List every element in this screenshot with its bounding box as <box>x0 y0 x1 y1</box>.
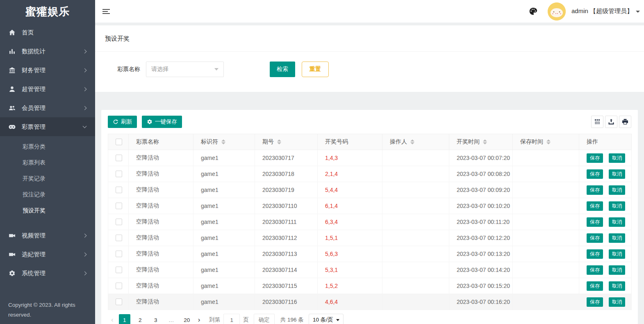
page-number-20[interactable]: 20 <box>181 314 193 324</box>
reset-button[interactable]: 重置 <box>302 62 329 77</box>
sidebar-item-label: 彩票管理 <box>22 123 83 131</box>
next-page-icon[interactable]: › <box>195 316 204 324</box>
lottery-name-select[interactable]: 请选择 <box>146 62 224 77</box>
sidebar-item-admin[interactable]: 超管管理 <box>0 80 95 98</box>
search-button[interactable]: 检索 <box>270 62 295 77</box>
row-checkbox[interactable] <box>116 235 122 241</box>
save-button[interactable]: 保存 <box>587 217 603 227</box>
sidebar-subitem-draw-records[interactable]: 开奖记录 <box>0 171 95 187</box>
sidebar-item-label: 超管管理 <box>22 85 83 93</box>
save-button[interactable]: 保存 <box>587 153 603 163</box>
sidebar-item-stats[interactable]: 数据统计 <box>0 42 95 61</box>
sidebar-item-concubine[interactable]: 选妃管理 <box>0 245 95 264</box>
row-checkbox[interactable] <box>116 251 122 257</box>
column-header-label: 开奖时间 <box>457 138 480 146</box>
cancel-button[interactable]: 取消 <box>609 153 625 163</box>
table-row: 空降活动game1202303071135,6,32023-03-07 00:1… <box>108 246 632 262</box>
sidebar-subitem-lottery-category[interactable]: 彩票分类 <box>0 139 95 155</box>
refresh-button[interactable]: 刷新 <box>108 116 137 128</box>
actions-cell: 保存取消 <box>579 166 632 182</box>
save-button[interactable]: 保存 <box>587 265 603 275</box>
page-number-3[interactable]: 3 <box>150 314 162 324</box>
cancel-button[interactable]: 取消 <box>609 185 625 195</box>
save-button[interactable]: 保存 <box>587 201 603 211</box>
sort-icon[interactable] <box>546 139 551 144</box>
cancel-button[interactable]: 取消 <box>609 249 625 259</box>
draw-time-cell: 2023-03-07 00:16:20 <box>449 294 513 310</box>
cancel-button[interactable]: 取消 <box>609 281 625 291</box>
sidebar-item-members[interactable]: 会员管理 <box>0 98 95 117</box>
chevron-down-icon <box>214 68 218 71</box>
table-header-cell[interactable]: 标识符 <box>193 134 255 150</box>
row-checkbox[interactable] <box>116 267 122 273</box>
draw-numbers-cell: 2,1,4 <box>318 166 382 182</box>
prev-page-icon: ‹ <box>108 316 117 324</box>
cancel-button[interactable]: 取消 <box>609 265 625 275</box>
user-name-label: admin 【超级管理员】 <box>571 7 633 15</box>
issue-cell: 20230307110 <box>255 198 318 214</box>
table-header-cell[interactable]: 开奖时间 <box>449 134 513 150</box>
sidebar-item-home[interactable]: 首页 <box>0 23 95 42</box>
sort-icon[interactable] <box>410 139 414 144</box>
theme-palette-icon[interactable] <box>528 6 539 17</box>
save-button[interactable]: 保存 <box>587 249 603 259</box>
table-header-cell[interactable]: 保存时间 <box>513 134 579 150</box>
sort-icon[interactable] <box>221 139 225 144</box>
sidebar-subitem-bet-records[interactable]: 投注记录 <box>0 187 95 203</box>
page-title: 预设开奖 <box>95 25 644 51</box>
avatar[interactable] <box>548 2 566 21</box>
page-number-2[interactable]: 2 <box>134 314 146 324</box>
cancel-button[interactable]: 取消 <box>609 201 625 211</box>
sidebar-item-finance[interactable]: 财务管理 <box>0 61 95 80</box>
page-size-select[interactable]: 10 条/页 <box>309 314 344 324</box>
filter-columns-button[interactable] <box>591 116 603 128</box>
row-checkbox[interactable] <box>116 219 122 225</box>
sidebar-item-lottery[interactable]: 彩票管理 <box>0 117 95 136</box>
goto-confirm-button[interactable]: 确定 <box>254 314 275 324</box>
row-checkbox[interactable] <box>116 155 122 161</box>
goto-page-input[interactable] <box>223 314 240 324</box>
row-checkbox[interactable] <box>116 187 122 193</box>
cancel-button[interactable]: 取消 <box>609 297 625 307</box>
issue-cell: 2023030718 <box>255 166 318 182</box>
identifier-cell: game1 <box>193 262 255 278</box>
save-button[interactable]: 保存 <box>587 233 603 243</box>
row-checkbox[interactable] <box>116 171 122 177</box>
issue-cell: 20230307112 <box>255 230 318 246</box>
batch-save-button[interactable]: 一键保存 <box>142 116 182 128</box>
sidebar-subitem-lottery-list[interactable]: 彩票列表 <box>0 155 95 171</box>
export-button[interactable] <box>605 116 617 128</box>
draw-numbers-cell: 6,3,4 <box>318 214 382 230</box>
sort-icon[interactable] <box>483 139 487 144</box>
table-header-cell[interactable]: 期号 <box>255 134 318 150</box>
menu-toggle-icon[interactable] <box>102 8 111 15</box>
save-button[interactable]: 保存 <box>587 281 603 291</box>
sidebar-item-label: 系统管理 <box>22 269 83 277</box>
page-number-1[interactable]: 1 <box>119 314 130 324</box>
sort-icon[interactable] <box>277 139 281 144</box>
table-header-cell[interactable]: 操作人 <box>382 134 449 150</box>
cancel-button[interactable]: 取消 <box>609 233 625 243</box>
user-menu[interactable]: admin 【超级管理员】 <box>571 7 640 15</box>
row-checkbox[interactable] <box>116 299 122 305</box>
video-icon <box>8 251 16 258</box>
select-all-checkbox[interactable] <box>116 139 122 145</box>
draw-time-cell: 2023-03-07 00:10:20 <box>449 198 513 214</box>
cancel-button[interactable]: 取消 <box>609 217 625 227</box>
column-header-label: 期号 <box>262 138 274 146</box>
cancel-button[interactable]: 取消 <box>609 169 625 179</box>
save-button[interactable]: 保存 <box>587 185 603 195</box>
operator-cell <box>382 246 449 262</box>
save-button[interactable]: 保存 <box>587 297 603 307</box>
row-checkbox[interactable] <box>116 283 122 289</box>
row-checkbox[interactable] <box>116 203 122 209</box>
print-button[interactable] <box>619 116 631 128</box>
sidebar-item-label: 财务管理 <box>22 66 83 74</box>
row-checkbox-cell <box>108 150 129 166</box>
table-row: 空降活动game1202303071151,5,22023-03-07 00:1… <box>108 278 632 294</box>
sidebar-subitem-preset-draw[interactable]: 预设开奖 <box>0 203 95 219</box>
save-time-cell <box>513 230 579 246</box>
sidebar-item-system[interactable]: 系统管理 <box>0 264 95 283</box>
sidebar-item-video[interactable]: 视频管理 <box>0 226 95 245</box>
save-button[interactable]: 保存 <box>587 169 603 179</box>
